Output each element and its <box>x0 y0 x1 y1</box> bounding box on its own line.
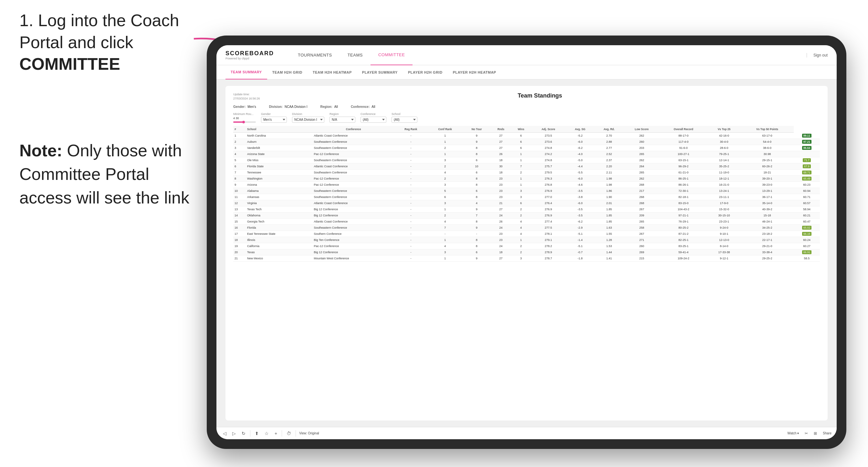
cell-avg-sg: 1.28 <box>594 261 624 262</box>
cell-vs25: 22-17-1 <box>741 237 794 243</box>
table-row: 17 East Tennessee State Southern Confere… <box>233 231 820 237</box>
update-time-area: Update time: 27/03/2024 16:56:26 <box>233 92 260 100</box>
cell-no-tour: 7 <box>463 261 491 262</box>
pts-badge: 87.21 <box>802 140 811 144</box>
toolbar-bookmark[interactable]: ☆ <box>263 430 270 437</box>
filter-gender-value: Men's <box>247 105 256 108</box>
toolbar-share-btn[interactable]: Share <box>823 432 832 435</box>
cell-adj-sg: -4.6 <box>566 182 594 188</box>
cell-pts: 65.49 <box>794 176 820 182</box>
nav-tournaments[interactable]: TOURNAMENTS <box>290 45 340 65</box>
pts-badge: 65.02 <box>802 226 811 229</box>
content-panel: Update time: 27/03/2024 16:56:26 Team St… <box>225 86 828 421</box>
cell-low-score: 87-21-2 <box>660 231 708 237</box>
cell-pts: 60.71 <box>794 194 820 200</box>
cell-wins: 7 <box>511 163 531 169</box>
division-label: Division <box>292 113 324 116</box>
cell-wins: 1 <box>511 176 531 182</box>
cell-rnds: 27 <box>491 206 511 213</box>
toolbar-back[interactable]: ◁ <box>222 430 228 437</box>
cell-adj-score: 273.6 <box>531 139 566 145</box>
cell-wins: 2 <box>511 243 531 249</box>
cell-overall: 79-25-1 <box>708 151 741 157</box>
cell-wins: 6 <box>511 139 531 145</box>
toolbar-share-icon[interactable]: ⬆ <box>254 430 260 437</box>
cell-rank: 9 <box>233 182 246 188</box>
cell-avg-rd: 266 <box>624 261 659 262</box>
cell-conference: Atlantic Coast Conference <box>313 219 395 225</box>
subnav-player-h2h-heatmap[interactable]: PLAYER H2H HEATMAP <box>448 65 501 80</box>
region-select[interactable]: N/A <box>330 117 355 123</box>
th-adj-score: Adj. Score <box>531 126 566 133</box>
cell-rank: 12 <box>233 200 246 206</box>
subnav-team-h2h-heatmap[interactable]: TEAM H2H HEATMAP <box>308 65 357 80</box>
toolbar-forward[interactable]: ▷ <box>231 430 237 437</box>
toolbar-grid-icon[interactable]: ⊞ <box>814 431 817 436</box>
toolbar-clip-icon[interactable]: ✂ <box>805 431 808 436</box>
division-select[interactable]: NCAA Division I <box>292 117 324 123</box>
cell-low-score: 91-6-0 <box>660 145 708 151</box>
subnav-team-summary[interactable]: TEAM SUMMARY <box>225 65 267 80</box>
cell-school: Georgia <box>246 261 313 262</box>
panel-header: Update time: 27/03/2024 16:56:26 Team St… <box>233 92 820 100</box>
bottom-toolbar: ◁ ▷ ↻ ⬆ ☆ + ⏱ View: Original Watch ▾ ✂ ⊞… <box>216 427 837 439</box>
school-select[interactable]: (All) <box>392 117 417 123</box>
table-row: 18 Illinois Big Ten Conference - 1 8 23 … <box>233 237 820 243</box>
toolbar-watch[interactable]: Watch ▾ <box>787 432 799 435</box>
cell-school: Vanderbilt <box>246 145 313 151</box>
pts-badge: 60.21 <box>803 214 810 217</box>
cell-wins: 6 <box>511 133 531 139</box>
cell-adj-sg: -2.9 <box>566 225 594 231</box>
nav-teams[interactable]: TEAMS <box>340 45 371 65</box>
toolbar-clock[interactable]: ⏱ <box>285 430 292 437</box>
gender-select[interactable]: Men's <box>261 117 287 123</box>
cell-vs25: 15-18 <box>741 213 794 219</box>
subnav-team-h2h-grid[interactable]: TEAM H2H GRID <box>267 65 308 80</box>
cell-conf-rank: 7 <box>427 225 463 231</box>
cell-rank: 18 <box>233 237 246 243</box>
sub-nav: TEAM SUMMARY TEAM H2H GRID TEAM H2H HEAT… <box>216 65 837 80</box>
cell-adj-sg: -6.2 <box>566 219 594 225</box>
cell-no-tour: 4 <box>463 200 491 206</box>
cell-overall: 11-28-1 <box>708 261 741 262</box>
cell-no-tour: 9 <box>463 255 491 261</box>
cell-adj-sg: -3.5 <box>566 188 594 194</box>
cell-pts: 71.7 <box>794 157 820 163</box>
cell-reg-rank: - <box>395 249 427 255</box>
cell-conf-rank: 8 <box>427 261 463 262</box>
cell-wins: 2 <box>511 213 531 219</box>
sign-out-button[interactable]: Sign out <box>807 53 828 58</box>
cell-conference: Big 12 Conference <box>313 213 395 219</box>
pts-badge: 65.49 <box>802 177 811 181</box>
nav-committee[interactable]: COMMITTEE <box>371 45 413 65</box>
cell-overall: 11-19-0 <box>708 169 741 176</box>
table-row: 13 Texas Tech Big 12 Conference - 1 9 27… <box>233 206 820 213</box>
cell-no-tour: 9 <box>463 206 491 213</box>
cell-avg-sg: 1.63 <box>594 225 624 231</box>
cell-rank: 11 <box>233 194 246 200</box>
toolbar-view-label[interactable]: View: Original <box>299 432 319 435</box>
cell-pts: 65.02 <box>794 225 820 231</box>
cell-conference: Big 12 Conference <box>313 206 395 213</box>
pts-badge: 60.57 <box>803 201 810 205</box>
school-label: School <box>392 113 417 116</box>
cell-school: East Tennessee State <box>246 231 313 237</box>
subnav-player-summary[interactable]: PLAYER SUMMARY <box>357 65 403 80</box>
control-min-rounds: Minimum Rou... 4 30 <box>233 113 256 123</box>
cell-rnds: 18 <box>491 157 511 163</box>
cell-avg-rd: 269 <box>624 249 659 255</box>
cell-school: California <box>246 243 313 249</box>
cell-reg-rank: - <box>395 206 427 213</box>
cell-avg-rd: 258 <box>624 225 659 231</box>
subnav-player-h2h-grid[interactable]: PLAYER H2H GRID <box>403 65 448 80</box>
cell-conf-rank: 2 <box>427 176 463 182</box>
cell-conference: Southeastern Conference <box>313 225 395 231</box>
toolbar-reload[interactable]: ↻ <box>240 430 247 437</box>
conference-select[interactable]: (All) <box>361 117 386 123</box>
cell-adj-sg: -6.0 <box>566 139 594 145</box>
pts-badge: 66.16 <box>802 232 811 236</box>
update-time-value: 27/03/2024 16:56:26 <box>233 97 260 101</box>
cell-rank: 4 <box>233 151 246 157</box>
pts-badge: 60.27 <box>803 245 810 248</box>
toolbar-add[interactable]: + <box>273 430 278 437</box>
